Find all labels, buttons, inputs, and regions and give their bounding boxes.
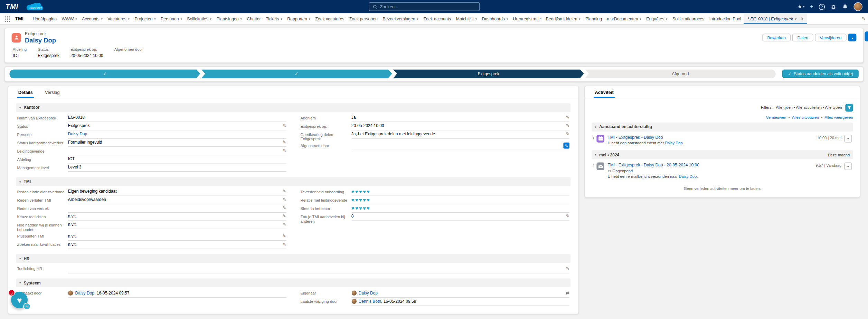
timeline-section-upcoming[interactable]: ▾Aanstaand en achterstallig [592, 122, 853, 131]
nav-tab-plaatsingen[interactable]: Plaatsingen▾ [214, 13, 244, 24]
field-row: Leidinggevende✎ [17, 147, 286, 155]
notifications-bell-icon[interactable] [842, 3, 848, 10]
timeline-item-title-link[interactable]: TMI - Exitgesprek - Daisy Dop - 20-05-20… [607, 162, 811, 167]
timeline-item-title-link[interactable]: TMI - Exitgesprek - Daisy Dop [607, 135, 812, 139]
nav-tab-enquetes[interactable]: Enquêtes▾ [644, 13, 670, 24]
edit-pencil-icon[interactable]: ✎ [282, 124, 286, 128]
activity-filters-value[interactable]: Alle tijden • Alle activiteiten • Alle t… [776, 106, 842, 109]
persoon-link[interactable]: Daisy Dop [68, 132, 87, 137]
record-title[interactable]: Daisy Dop [25, 37, 56, 44]
path-stage-afgerond[interactable]: Afgerond [585, 69, 776, 78]
heart-rating[interactable]: ♥♥♥♥♥ [351, 188, 569, 195]
nav-tab-projecten[interactable]: Projecten▾ [132, 13, 158, 24]
nav-tab-urenregistratie[interactable]: Urenregistratie [510, 13, 543, 24]
edit-pencil-icon[interactable]: ✎ [282, 223, 286, 227]
edit-pencil-icon[interactable]: ✎ [566, 214, 569, 219]
edit-pencil-icon[interactable]: ✎ [282, 234, 286, 239]
change-owner-icon[interactable]: ⇄ [566, 291, 569, 296]
edit-pencil-icon[interactable]: ✎ [566, 124, 569, 128]
nav-tab-matchlijst[interactable]: Matchlijst▾ [453, 13, 479, 24]
share-button[interactable]: Delen [792, 34, 813, 41]
mark-complete-button[interactable]: ✓Status aanduiden als voltooid(e) [782, 70, 859, 78]
view-all-link[interactable]: Alles weergeven [825, 115, 853, 119]
nav-tab-zoek-vacatures[interactable]: Zoek vacatures [313, 13, 347, 24]
expand-chevron-icon[interactable]: › [593, 135, 594, 140]
edit-navigation-pencil-icon[interactable]: ✎ [861, 16, 865, 21]
path-stage-exitgesprek[interactable]: Exitgesprek [393, 69, 584, 78]
heart-icon: ♥ [17, 296, 22, 304]
delete-button[interactable]: Verwijderen [815, 34, 847, 41]
edit-pencil-icon[interactable]: ✎ [282, 141, 286, 145]
section-header-kantoor[interactable]: ▾Kantoor [16, 103, 570, 112]
tab-details[interactable]: Details [17, 86, 34, 98]
nav-tab-bedrijfsmiddelen[interactable]: Bedrijfsmiddelen▾ [543, 13, 583, 24]
heart-rating[interactable]: ♥♥♥♥♥ [351, 197, 569, 203]
section-header-systeem[interactable]: ▾Systeem [16, 278, 570, 287]
nav-tab-sollicitaties[interactable]: Sollicitaties▾ [185, 13, 214, 24]
favorites-star-icon[interactable]: ★▾ [797, 4, 804, 9]
owner-link[interactable]: Daisy Dop [359, 291, 378, 296]
close-tab-icon[interactable]: ✕ [800, 17, 803, 21]
nav-tab-zoek-personen[interactable]: Zoek personen [347, 13, 380, 24]
nav-tab-msrdocumenten[interactable]: msrDocumenten▾ [604, 13, 644, 24]
nav-tab-chatter[interactable]: Chatter [244, 13, 263, 24]
nav-tab-www[interactable]: WWW▾ [59, 13, 79, 24]
nav-tab-sollicitatieproces[interactable]: Sollicitatieproces [670, 13, 707, 24]
chat-widget-button[interactable]: ♥ 3 + [11, 292, 28, 308]
created-by-link[interactable]: Daisy Dop [75, 291, 94, 296]
nav-tab-dashboards[interactable]: Dashboards▾ [479, 13, 510, 24]
edit-pencil-icon-active[interactable]: ✎ [563, 143, 569, 149]
edit-pencil-icon[interactable]: ✎ [282, 214, 286, 219]
edit-pencil-icon[interactable]: ✎ [282, 198, 286, 202]
nav-tab-accounts[interactable]: Accounts▾ [79, 13, 105, 24]
edit-pencil-icon[interactable]: ✎ [282, 242, 286, 247]
sidebar-toggle-button[interactable] [865, 31, 868, 41]
field-row: Reden van vertrek✎ [17, 205, 286, 213]
timeline-section-month[interactable]: ▾mei • 2024Deze maand [592, 150, 853, 159]
nav-tab-vacatures[interactable]: Vacatures▾ [105, 13, 132, 24]
global-search[interactable] [369, 2, 480, 11]
nav-tab-introduction-pool[interactable]: Introduction Pool [707, 13, 744, 24]
person-link[interactable]: Daisy Dop [665, 141, 683, 145]
section-header-tmi[interactable]: ▾TMI [16, 177, 570, 186]
user-avatar[interactable] [853, 2, 862, 11]
help-icon[interactable]: ? [819, 3, 825, 10]
nav-tab-tickets[interactable]: Tickets▾ [263, 13, 285, 24]
modified-by-link[interactable]: Dennis Both [359, 299, 381, 304]
edit-pencil-icon[interactable]: ✎ [282, 206, 286, 211]
item-actions-dropdown[interactable]: ▾ [844, 135, 852, 142]
nav-tab-rapporten[interactable]: Rapporten▾ [285, 13, 313, 24]
nav-tab-hoofdpagina[interactable]: Hoofdpagina [30, 13, 59, 24]
item-actions-dropdown[interactable]: ▾ [844, 162, 852, 170]
setup-gear-icon[interactable] [830, 3, 837, 10]
path-stage-complete-2[interactable]: ✓ [201, 69, 392, 78]
tab-verslag[interactable]: Verslag [44, 86, 61, 98]
edit-pencil-icon[interactable]: ✎ [566, 116, 569, 120]
path-stage-complete-1[interactable]: ✓ [9, 69, 200, 78]
nav-tab-active-exitgesprek[interactable]: * EG-0018 | Exitgesprek▾✕ [744, 13, 807, 24]
edit-pencil-icon[interactable]: ✎ [282, 190, 286, 194]
chevron-down-icon[interactable]: ▾ [795, 17, 796, 21]
app-launcher-icon[interactable] [4, 16, 11, 22]
edit-pencil-icon[interactable]: ✎ [566, 132, 569, 137]
tab-activiteit[interactable]: Activiteit [594, 86, 614, 98]
more-actions-button[interactable]: ▾ [848, 34, 856, 41]
person-link[interactable]: Daisy Dop [679, 175, 697, 178]
plus-bubble-icon[interactable]: + [23, 303, 30, 310]
section-header-hr[interactable]: ▾HR [16, 254, 570, 263]
nav-tab-personen[interactable]: Personen▾ [158, 13, 185, 24]
edit-pencil-icon[interactable]: ✎ [566, 267, 569, 271]
refresh-link[interactable]: Vernieuwen [766, 115, 786, 119]
nav-tab-planning[interactable]: Planning [583, 13, 604, 24]
nav-tab-zoek-accounts[interactable]: Zoek accounts [421, 13, 453, 24]
search-input[interactable] [380, 4, 476, 9]
nav-tab-bezoekverslagen[interactable]: Bezoekverslagen▾ [380, 13, 421, 24]
edit-button[interactable]: Bewerken [762, 34, 791, 41]
expand-chevron-icon[interactable]: › [593, 163, 594, 168]
heart-rating[interactable]: ♥♥♥♥♥ [351, 205, 569, 212]
expand-all-link[interactable]: Alles uitvouwen [792, 115, 819, 119]
global-actions-plus-icon[interactable]: + [810, 4, 813, 9]
edit-pencil-icon[interactable]: ✎ [282, 149, 286, 153]
chevron-down-icon: ▾ [666, 17, 667, 21]
filter-funnel-icon[interactable] [845, 104, 853, 111]
